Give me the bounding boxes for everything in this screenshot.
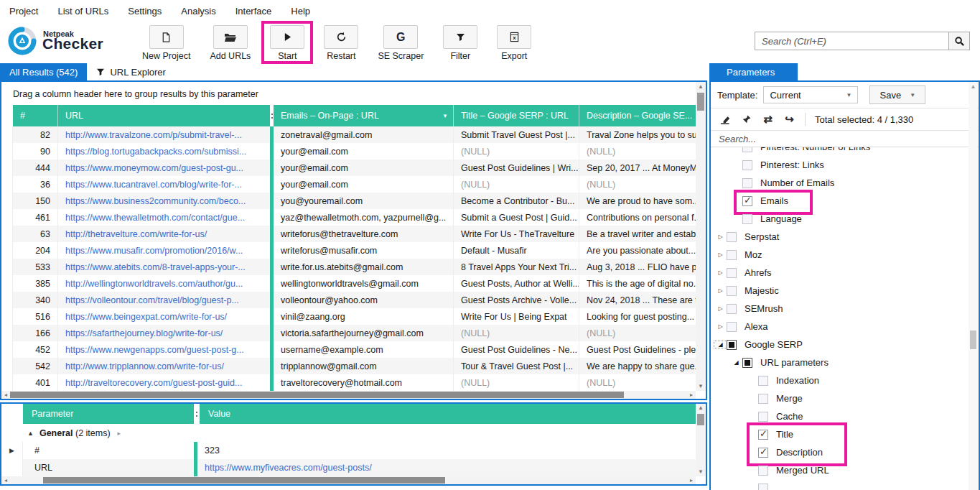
scrollbar-thumb[interactable] bbox=[10, 392, 624, 398]
tree-checkbox[interactable] bbox=[758, 448, 768, 458]
tab-url-explorer[interactable]: URL Explorer bbox=[87, 63, 175, 80]
tree-item[interactable]: Alexa bbox=[711, 318, 979, 336]
table-row[interactable]: 461 https://www.thewalletmoth.com/contac… bbox=[1, 209, 696, 226]
tree-item[interactable]: Cache bbox=[711, 407, 979, 425]
pin-parameters-icon[interactable] bbox=[740, 114, 752, 124]
results-vertical-scrollbar[interactable]: ▲ ▼ bbox=[696, 82, 706, 391]
tree-checkbox[interactable] bbox=[727, 268, 737, 278]
menu-item[interactable]: List of URLs bbox=[57, 6, 108, 17]
tree-checkbox[interactable] bbox=[758, 412, 768, 422]
details-row[interactable]: ▶ # 323 bbox=[1, 442, 696, 459]
start-button[interactable]: Start bbox=[270, 25, 304, 61]
tree-checkbox[interactable] bbox=[758, 394, 768, 404]
tree-checkbox[interactable] bbox=[727, 286, 737, 296]
cell-url[interactable]: https://www.tucantravel.com/blog/write-f… bbox=[57, 176, 270, 193]
cell-url[interactable]: https://www.business2community.com/beco.… bbox=[57, 193, 270, 209]
tree-item[interactable] bbox=[711, 479, 979, 490]
clear-parameters-icon[interactable] bbox=[719, 114, 731, 125]
scroll-down-icon[interactable]: ▼ bbox=[698, 382, 704, 391]
tree-expander-icon[interactable] bbox=[714, 269, 727, 276]
chevron-right-icon[interactable]: ▸ bbox=[118, 430, 121, 437]
cell-url[interactable]: https://www.thewalletmoth.com/contact/gu… bbox=[57, 209, 270, 226]
tree-checkbox[interactable] bbox=[758, 484, 768, 490]
menu-item[interactable]: Interface bbox=[235, 6, 272, 17]
tree-item[interactable]: Description bbox=[711, 443, 979, 461]
tab-parameters[interactable]: Parameters bbox=[709, 63, 798, 80]
cell-url[interactable]: https://www.musafir.com/promotion/2016/w… bbox=[57, 242, 270, 259]
collapse-icon[interactable]: ▲ bbox=[27, 430, 34, 437]
tree-item[interactable]: Language bbox=[711, 210, 979, 228]
cell-url[interactable]: https://www.newgenapps.com/guest-post-g.… bbox=[57, 341, 270, 358]
tree-item[interactable]: SEMrush bbox=[711, 300, 979, 318]
tree-expander-icon[interactable] bbox=[714, 341, 727, 348]
table-row[interactable]: 542 http://www.tripplannow.com/write-for… bbox=[1, 358, 696, 374]
filter-dropdown-icon[interactable]: ▼ bbox=[442, 113, 448, 119]
global-search-input[interactable] bbox=[755, 32, 948, 50]
tree-checkbox[interactable] bbox=[727, 322, 737, 332]
parameters-scrollbar[interactable]: ▲ ▼ bbox=[969, 82, 978, 490]
scroll-left-icon[interactable]: ◂ bbox=[1, 392, 10, 398]
column-header-description[interactable]: Description – Google SE... bbox=[579, 105, 696, 126]
column-header-parameter[interactable]: Parameter bbox=[23, 404, 194, 424]
scroll-up-icon[interactable]: ▲ bbox=[698, 404, 704, 412]
tree-checkbox[interactable] bbox=[727, 250, 737, 260]
details-group-row[interactable]: ▲ General (2 items) ▸ bbox=[1, 424, 706, 442]
param-value-link[interactable]: https://www.myfiveacres.com/guest-posts/ bbox=[197, 459, 696, 476]
tree-expander-icon[interactable] bbox=[714, 323, 727, 330]
tree-item[interactable]: Serpstat bbox=[711, 228, 979, 246]
menu-item[interactable]: Help bbox=[291, 6, 310, 17]
cell-url[interactable]: https://www.moneymow.com/guest-post-gu..… bbox=[57, 160, 270, 176]
tree-expander-icon[interactable] bbox=[714, 251, 727, 258]
tree-checkbox[interactable] bbox=[727, 232, 737, 242]
cell-url[interactable]: https://volleontour.com/travel/blog/gues… bbox=[57, 292, 270, 308]
scroll-right-icon[interactable]: ▸ bbox=[687, 392, 696, 398]
tree-checkbox[interactable] bbox=[742, 214, 752, 224]
table-row[interactable]: 340 https://volleontour.com/travel/blog/… bbox=[1, 292, 696, 308]
scrollbar-thumb[interactable] bbox=[970, 330, 976, 349]
cell-url[interactable]: https://www.beingexpat.com/write-for-us/ bbox=[57, 308, 270, 325]
tree-item[interactable]: Merge bbox=[711, 389, 979, 407]
cell-url[interactable]: http://wellingtonworldtravels.com/author… bbox=[57, 275, 270, 292]
scroll-up-icon[interactable]: ▲ bbox=[698, 82, 704, 91]
cell-url[interactable]: http://thetravelture.com/write-for-us/ bbox=[57, 226, 270, 242]
scroll-down-icon[interactable]: ▼ bbox=[971, 487, 976, 490]
table-row[interactable]: 385 http://wellingtonworldtravels.com/au… bbox=[1, 275, 696, 292]
details-row[interactable]: URL https://www.myfiveacres.com/guest-po… bbox=[1, 459, 696, 476]
scroll-up-icon[interactable]: ▲ bbox=[971, 82, 976, 91]
move-parameters-icon[interactable]: ↪ bbox=[783, 113, 795, 126]
tree-checkbox[interactable] bbox=[742, 160, 752, 170]
filter-button[interactable]: Filter bbox=[443, 25, 477, 61]
scroll-right-icon[interactable]: ▸ bbox=[687, 477, 696, 484]
template-select[interactable]: Current ▼ bbox=[763, 86, 858, 103]
scroll-down-icon[interactable]: ▼ bbox=[698, 468, 704, 476]
new-project-button[interactable]: New Project bbox=[142, 25, 190, 61]
details-vertical-scrollbar[interactable]: ▲ ▼ bbox=[696, 404, 706, 476]
scrollbar-thumb[interactable] bbox=[697, 414, 704, 425]
tree-checkbox[interactable] bbox=[727, 340, 737, 350]
tree-expander-icon[interactable] bbox=[714, 234, 727, 240]
cell-url[interactable]: http://www.tripplannow.com/write-for-us/ bbox=[57, 358, 270, 374]
export-button[interactable]: x Export bbox=[497, 25, 531, 61]
table-row[interactable]: 401 http://traveltorecovery.com/guest-po… bbox=[1, 374, 696, 391]
tree-item[interactable]: Emails bbox=[711, 192, 979, 210]
cell-url[interactable]: https://safarthejourney.blog/write-for-u… bbox=[57, 325, 270, 341]
table-row[interactable]: 204 https://www.musafir.com/promotion/20… bbox=[1, 242, 696, 259]
tree-checkbox[interactable] bbox=[758, 430, 768, 440]
search-button[interactable] bbox=[948, 32, 970, 50]
tree-checkbox[interactable] bbox=[758, 466, 768, 476]
tree-item[interactable]: Number of Emails bbox=[711, 174, 979, 192]
table-row[interactable]: 36 https://www.tucantravel.com/blog/writ… bbox=[1, 176, 696, 193]
tree-expander-icon[interactable] bbox=[714, 287, 727, 294]
cell-url[interactable]: https://blog.tortugabackpacks.com/submis… bbox=[57, 143, 270, 160]
tab-all-results[interactable]: All Results (542) bbox=[0, 63, 87, 80]
table-row[interactable]: 516 https://www.beingexpat.com/write-for… bbox=[1, 308, 696, 325]
results-horizontal-scrollbar[interactable]: ◂ ▸ bbox=[1, 391, 696, 399]
se-scraper-button[interactable]: G SE Scraper bbox=[378, 25, 424, 61]
tree-checkbox[interactable] bbox=[742, 147, 752, 152]
swap-parameters-icon[interactable]: ⇄ bbox=[762, 113, 774, 126]
tree-item[interactable]: Merged URL bbox=[711, 461, 979, 479]
tree-checkbox[interactable] bbox=[742, 358, 752, 368]
scrollbar-thumb[interactable] bbox=[43, 477, 445, 484]
tree-checkbox[interactable] bbox=[758, 376, 768, 386]
column-splitter[interactable] bbox=[194, 404, 200, 424]
